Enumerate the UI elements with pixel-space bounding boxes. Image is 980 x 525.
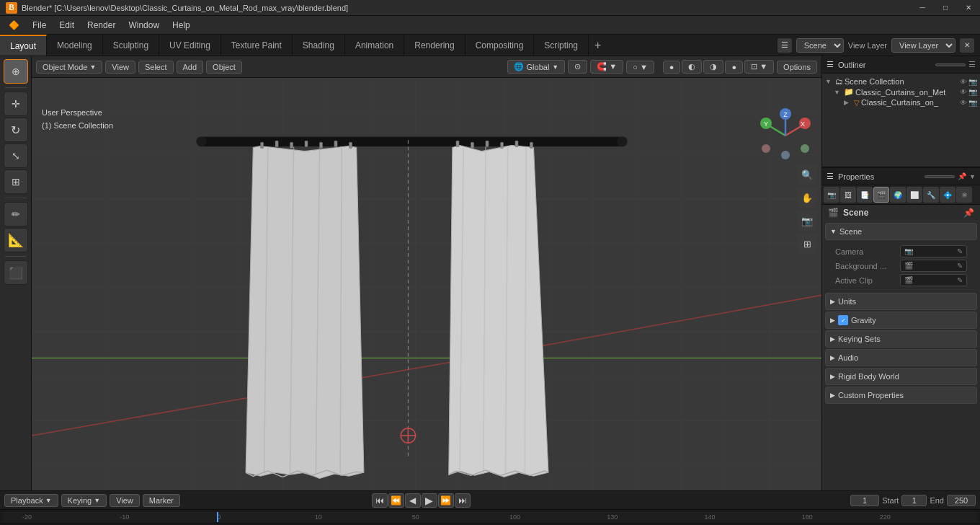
audio-section-header[interactable]: ▶ Audio	[825, 349, 977, 366]
rigid-body-header[interactable]: ▶ Rigid Body World	[825, 368, 977, 385]
camera-value[interactable]: 📷 ✎	[900, 245, 967, 257]
properties-search[interactable]	[925, 175, 955, 178]
proportional-edit-button[interactable]: ○ ▼	[626, 61, 654, 74]
rotate-tool[interactable]: ↻	[4, 118, 28, 142]
render-visibility-icon[interactable]: 📷	[968, 78, 977, 86]
scene-pin-icon[interactable]: 📌	[963, 208, 974, 218]
camera-icon[interactable]: 📷	[797, 211, 817, 231]
clip-edit-icon[interactable]: ✎	[957, 276, 963, 284]
tab-shading[interactable]: Shading	[293, 35, 345, 56]
select-menu-button[interactable]: Select	[138, 61, 174, 74]
end-frame-input[interactable]	[947, 495, 976, 506]
props-tab-modifier[interactable]: 🔧	[923, 187, 939, 203]
props-tab-viewlayer[interactable]: 📑	[857, 187, 873, 203]
viewport-material-button[interactable]: ◑	[703, 60, 723, 74]
current-frame-input[interactable]	[850, 495, 879, 506]
viewport-canvas[interactable]: User Perspective (1) Scene Collection X …	[32, 78, 821, 490]
camera-edit-icon[interactable]: ✎	[957, 247, 963, 255]
menu-file[interactable]: File	[27, 19, 52, 32]
jump-end-button[interactable]: ⏭	[455, 493, 471, 508]
units-section-header[interactable]: ▶ Units	[825, 293, 977, 310]
menu-render[interactable]: Render	[81, 19, 121, 32]
viewport-solid-button[interactable]: ◐	[682, 60, 702, 74]
props-tab-output[interactable]: 🖼	[840, 187, 856, 203]
start-frame-input[interactable]	[901, 495, 927, 506]
background-edit-icon[interactable]: ✎	[957, 262, 963, 270]
curtains-render-icon[interactable]: 📷	[968, 88, 977, 96]
active-clip-value[interactable]: 🎬 ✎	[900, 274, 967, 286]
eye-icon[interactable]: 👁	[960, 78, 967, 86]
add-object-tool[interactable]: ⬛	[4, 260, 28, 285]
grid-icon[interactable]: ⊞	[797, 234, 817, 254]
jump-start-button[interactable]: ⏮	[372, 493, 388, 508]
curtains-eye-icon[interactable]: 👁	[960, 88, 967, 96]
tab-sculpting[interactable]: Sculpting	[103, 35, 159, 56]
move-tool[interactable]: ✛	[4, 92, 28, 116]
pivot-point-button[interactable]: ⊙	[568, 60, 587, 74]
menu-window[interactable]: Window	[122, 19, 165, 32]
properties-pin-icon[interactable]: 📌	[958, 172, 966, 180]
gravity-section-header[interactable]: ▶ ✓ Gravity	[825, 312, 977, 329]
tree-row-curtains-collection[interactable]: ▼ 📁 Classic_Curtains_on_Met 👁 📷	[824, 87, 979, 97]
snap-button[interactable]: 🧲 ▼	[590, 60, 623, 74]
transform-tool[interactable]: ⊞	[4, 169, 28, 194]
measure-tool[interactable]: 📐	[4, 228, 28, 252]
scale-tool[interactable]: ⤡	[4, 144, 28, 168]
pan-icon[interactable]: ✋	[797, 188, 817, 208]
keying-sets-header[interactable]: ▶ Keying Sets	[825, 330, 977, 348]
viewport-shading-button[interactable]: ●	[663, 61, 681, 74]
gravity-checkbox[interactable]: ✓	[838, 315, 848, 325]
minimize-button[interactable]: ─	[911, 0, 934, 16]
outliner-search[interactable]	[935, 63, 966, 66]
outliner-filter-icon[interactable]: ☰	[968, 60, 976, 69]
workspace-icon[interactable]: ☰	[778, 38, 792, 53]
tree-row-curtains-object[interactable]: ▶ ▽ Classic_Curtains_on_ 👁 📷	[824, 97, 979, 107]
props-tab-render[interactable]: 📷	[824, 187, 839, 203]
tab-rendering[interactable]: Rendering	[404, 35, 465, 56]
timeline-scrubber[interactable]: -20 -10 0 10 50 100 130 140 180 220	[0, 509, 980, 524]
props-tab-physics[interactable]: ⚛	[956, 187, 972, 203]
tab-texture-paint[interactable]: Texture Paint	[221, 35, 293, 56]
custom-props-header[interactable]: ▶ Custom Properties	[825, 387, 977, 404]
props-tab-object[interactable]: ⬜	[906, 187, 922, 203]
viewport[interactable]: Object Mode ▼ View Select Add Object 🌐 G…	[32, 56, 821, 490]
props-tab-world[interactable]: 🌍	[890, 187, 906, 203]
tab-uv-editing[interactable]: UV Editing	[159, 35, 221, 56]
close-button[interactable]: ✕	[957, 0, 980, 16]
scene-selector[interactable]: Scene	[796, 38, 844, 53]
playback-menu-button[interactable]: Playback ▼	[4, 494, 58, 507]
curtains-object-eye-icon[interactable]: 👁	[960, 99, 967, 107]
properties-options-icon[interactable]: ▼	[969, 173, 976, 180]
tab-compositing[interactable]: Compositing	[466, 35, 535, 56]
view-menu-button[interactable]: View	[105, 61, 135, 74]
view-layer-selector[interactable]: View Layer	[891, 38, 956, 53]
transform-space-button[interactable]: 🌐 Global ▼	[507, 60, 566, 74]
maximize-button[interactable]: □	[934, 0, 957, 16]
timeline-track[interactable]: -20 -10 0 10 50 100 130 140 180 220	[3, 512, 977, 522]
viewport-overlays-button[interactable]: ⊡ ▼	[744, 60, 774, 74]
object-menu-button[interactable]: Object	[206, 61, 242, 74]
viewport-rendered-button[interactable]: ●	[725, 61, 743, 74]
tab-modeling[interactable]: Modeling	[47, 35, 103, 56]
menu-edit[interactable]: Edit	[53, 19, 80, 32]
marker-menu-button[interactable]: Marker	[143, 494, 180, 507]
play-reverse-button[interactable]: ◀	[405, 493, 421, 508]
tab-scripting[interactable]: Scripting	[534, 35, 589, 56]
props-tab-scene[interactable]: 🎬	[873, 187, 889, 203]
add-workspace-button[interactable]: +	[589, 35, 607, 56]
step-back-button[interactable]: ⏪	[388, 493, 404, 508]
tab-animation[interactable]: Animation	[345, 35, 404, 56]
menu-blender[interactable]: 🔶	[3, 19, 25, 32]
annotate-tool[interactable]: ✏	[4, 202, 28, 226]
scene-section-header[interactable]: ▼ Scene	[825, 223, 977, 240]
tab-layout[interactable]: Layout	[0, 35, 47, 56]
background-value[interactable]: 🎬 ✎	[900, 260, 967, 272]
add-menu-button[interactable]: Add	[177, 61, 204, 74]
zoom-in-icon[interactable]: 🔍	[797, 164, 817, 185]
menu-help[interactable]: Help	[166, 19, 196, 32]
navigation-gizmo[interactable]: X Y Z	[757, 107, 814, 164]
view-menu-timeline-button[interactable]: View	[110, 494, 140, 507]
keying-menu-button[interactable]: Keying ▼	[61, 494, 107, 507]
options-button[interactable]: Options	[777, 61, 817, 74]
object-mode-button[interactable]: Object Mode ▼	[36, 61, 102, 74]
